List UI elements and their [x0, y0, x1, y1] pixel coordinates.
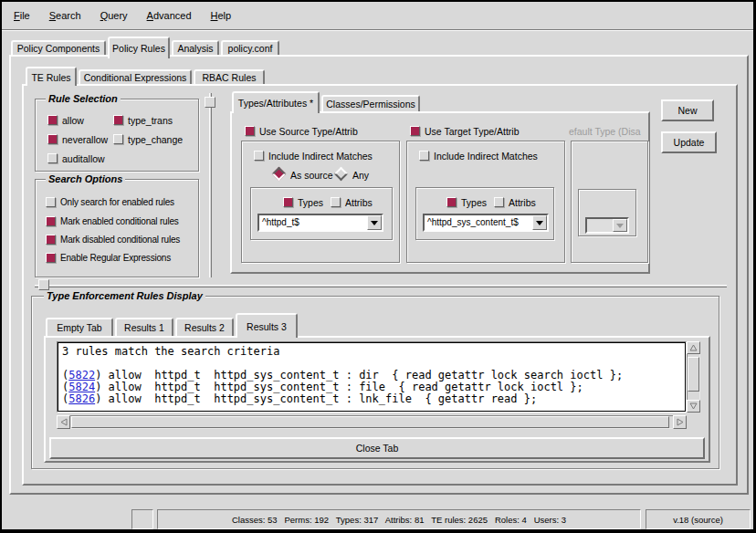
- apol-window: File Search Query Advanced Help Policy C…: [0, 0, 756, 533]
- tab-label: Conditional Expressions: [84, 72, 187, 83]
- tab-conditional-expressions[interactable]: Conditional Expressions: [79, 69, 192, 84]
- tab-policy-rules[interactable]: Policy Rules: [108, 37, 170, 58]
- default-type-inner-frame: [578, 189, 636, 236]
- tab-results-3[interactable]: Results 3: [236, 313, 298, 338]
- rule-selection-title: Rule Selection: [46, 93, 121, 104]
- menu-query[interactable]: Query: [99, 8, 130, 23]
- status-indicator-box: [131, 509, 153, 529]
- tab-label: Results 1: [124, 322, 164, 333]
- tab-label: Results 2: [184, 322, 225, 333]
- target-types-frame: [415, 187, 554, 240]
- tab-label: Types/Attributes *: [238, 98, 313, 109]
- results-display-title: Type Enforcement Rules Display: [44, 290, 205, 301]
- tab-policy-conf[interactable]: policy.conf: [221, 40, 279, 55]
- menu-help[interactable]: Help: [209, 8, 234, 23]
- tab-label: Empty Tab: [57, 322, 101, 333]
- status-stats-box: Classes: 53 Perms: 192 Types: 317 Attrib…: [157, 509, 641, 529]
- results-page-frame: [44, 336, 710, 463]
- tab-label: Classes/Permissions: [326, 99, 415, 110]
- menu-advanced[interactable]: Advanced: [145, 8, 194, 23]
- tab-label: policy.conf: [228, 43, 273, 54]
- policy-stats: Classes: 53 Perms: 192 Types: 317 Attrib…: [232, 515, 566, 525]
- tab-rbac-rules[interactable]: RBAC Rules: [194, 69, 265, 84]
- tab-label: RBAC Rules: [203, 72, 257, 83]
- tab-label: Policy Rules: [112, 43, 165, 54]
- tab-te-rules[interactable]: TE Rules: [26, 67, 77, 86]
- rule-selection-group: [35, 99, 199, 172]
- tab-analysis[interactable]: Analysis: [172, 40, 219, 55]
- tab-policy-components[interactable]: Policy Components: [11, 40, 106, 55]
- menu-search[interactable]: Search: [47, 8, 83, 23]
- search-options-title: Search Options: [46, 173, 125, 184]
- menu-bar: File Search Query Advanced Help: [2, 4, 753, 27]
- search-options-group: [35, 179, 199, 277]
- tab-label: Analysis: [177, 43, 213, 54]
- source-types-frame: [250, 187, 393, 240]
- tab-types-attributes[interactable]: Types/Attributes *: [232, 91, 320, 113]
- menu-separator: [2, 29, 753, 31]
- tab-empty-tab[interactable]: Empty Tab: [46, 318, 113, 336]
- tab-label: TE Rules: [31, 72, 70, 83]
- horizontal-sash-handle[interactable]: [38, 279, 49, 290]
- tab-label: Results 3: [247, 321, 287, 332]
- menu-file[interactable]: File: [12, 8, 32, 23]
- tab-results-1[interactable]: Results 1: [115, 318, 173, 336]
- vertical-sash-handle[interactable]: [205, 97, 215, 108]
- tab-label: Policy Components: [17, 43, 100, 54]
- tab-classes-permissions[interactable]: Classes/Permissions: [321, 95, 420, 111]
- policy-version: v.18 (source): [673, 515, 723, 525]
- status-version-box: v.18 (source): [646, 509, 751, 529]
- tab-results-2[interactable]: Results 2: [175, 318, 234, 336]
